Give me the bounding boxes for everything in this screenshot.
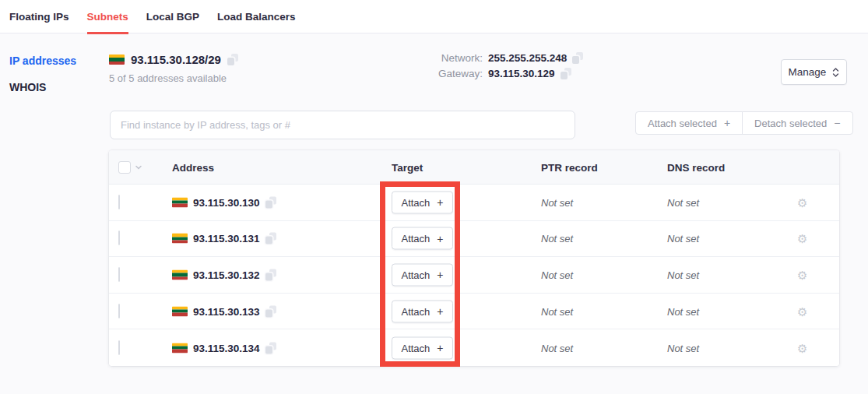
ptr-record-value: Not set [541, 269, 573, 280]
attach-button-label: Attach [401, 233, 430, 244]
lithuania-flag-icon [172, 234, 188, 244]
gear-icon[interactable]: ⚙ [797, 233, 807, 244]
network-value: 255.255.255.248 [488, 52, 567, 64]
copy-icon[interactable] [265, 196, 276, 208]
tab-load-balancers[interactable]: Load Balancers [217, 0, 296, 33]
lithuania-flag-icon [172, 306, 188, 316]
manage-button-label: Manage [789, 66, 827, 78]
attach-button-label: Attach [401, 269, 430, 280]
ptr-record-value: Not set [541, 233, 573, 244]
plus-icon: + [437, 305, 443, 318]
dns-record-value: Not set [667, 233, 699, 244]
attach-selected-label: Attach selected [648, 118, 717, 129]
column-header-address: Address [172, 161, 214, 173]
ip-address: 93.115.30.131 [193, 233, 260, 244]
lithuania-flag-icon [172, 197, 188, 207]
select-chevrons-icon [832, 67, 839, 78]
subnet-header: 93.115.30.128/29 [109, 53, 238, 66]
table-header-row: Address Target PTR record DNS record [109, 150, 839, 185]
ip-address: 93.115.30.132 [193, 269, 260, 280]
attach-button[interactable]: Attach + [392, 263, 453, 286]
attach-button-label: Attach [401, 305, 430, 317]
row-checkbox[interactable] [118, 267, 120, 282]
tab-floating-ips[interactable]: Floating IPs [9, 0, 69, 33]
sidebar-item-whois[interactable]: WHOIS [9, 81, 46, 93]
attach-button[interactable]: Attach + [392, 336, 453, 359]
dns-record-value: Not set [667, 269, 699, 280]
detach-selected-button[interactable]: Detach selected − [742, 111, 852, 135]
search-input[interactable] [110, 111, 575, 139]
copy-icon[interactable] [265, 233, 276, 244]
subnet-management-page: Floating IPs Subnets Local BGP Load Bala… [0, 0, 868, 394]
subnet-availability: 5 of 5 addresses available [109, 72, 227, 84]
row-checkbox[interactable] [118, 230, 120, 245]
chevron-down-icon[interactable] [135, 164, 142, 171]
plus-icon: + [437, 196, 443, 209]
plus-icon: + [437, 342, 443, 354]
column-header-dns-record: DNS record [667, 161, 725, 173]
tab-subnets[interactable]: Subnets [87, 0, 128, 33]
table-row: 93.115.30.130 Attach + Not set Not set ⚙ [109, 185, 839, 221]
attach-selected-button[interactable]: Attach selected + [635, 111, 743, 135]
copy-icon[interactable] [572, 52, 583, 64]
subnet-network-info: Network: 255.255.255.248 Gateway: 93.115… [436, 50, 583, 81]
attach-button-label: Attach [401, 342, 430, 354]
row-checkbox[interactable] [118, 340, 120, 355]
ip-address-table: Address Target PTR record DNS record 93.… [109, 150, 839, 366]
lithuania-flag-icon [172, 269, 188, 280]
copy-icon[interactable] [265, 269, 276, 280]
column-header-ptr-record: PTR record [541, 161, 598, 173]
row-checkbox[interactable] [118, 195, 120, 209]
dns-record-value: Not set [667, 196, 699, 208]
table-row: 93.115.30.132 Attach + Not set Not set ⚙ [109, 257, 839, 294]
attach-button[interactable]: Attach + [392, 191, 453, 213]
column-header-target: Target [392, 161, 423, 173]
bulk-action-group: Attach selected + Detach selected − [635, 111, 853, 135]
row-checkbox[interactable] [118, 304, 120, 318]
ip-address: 93.115.30.133 [193, 305, 260, 317]
detach-selected-label: Detach selected [754, 118, 827, 129]
dns-record-value: Not set [667, 342, 699, 354]
table-row: 93.115.30.134 Attach + Not set Not set ⚙ [109, 329, 839, 366]
manage-button[interactable]: Manage [781, 59, 847, 85]
subnet-cidr: 93.115.30.128/29 [131, 53, 221, 66]
ip-address: 93.115.30.130 [193, 196, 260, 208]
ip-address: 93.115.30.134 [193, 342, 260, 354]
gateway-label: Gateway: [436, 68, 483, 79]
sidebar-item-ip-addresses[interactable]: IP addresses [9, 55, 76, 67]
select-all-checkbox[interactable] [118, 161, 131, 174]
lithuania-flag-icon [172, 343, 188, 353]
gateway-value: 93.115.30.129 [488, 68, 555, 79]
plus-icon: + [724, 117, 730, 129]
network-label: Network: [436, 52, 483, 64]
gear-icon[interactable]: ⚙ [797, 342, 807, 354]
attach-button[interactable]: Attach + [392, 300, 453, 322]
gear-icon[interactable]: ⚙ [797, 269, 807, 280]
dns-record-value: Not set [667, 305, 699, 317]
gear-icon[interactable]: ⚙ [797, 305, 807, 317]
ptr-record-value: Not set [541, 342, 573, 354]
copy-icon[interactable] [265, 305, 276, 317]
table-row: 93.115.30.131 Attach + Not set Not set ⚙ [109, 221, 839, 258]
attach-button[interactable]: Attach + [392, 227, 453, 250]
table-row: 93.115.30.133 Attach + Not set Not set ⚙ [109, 294, 839, 330]
tab-local-bgp[interactable]: Local BGP [146, 0, 199, 33]
copy-icon[interactable] [227, 54, 238, 65]
minus-icon: − [834, 117, 840, 129]
ptr-record-value: Not set [541, 305, 573, 317]
plus-icon: + [437, 232, 443, 244]
lithuania-flag-icon [109, 55, 125, 65]
attach-button-label: Attach [401, 196, 430, 208]
plus-icon: + [437, 269, 443, 281]
top-tab-bar: Floating IPs Subnets Local BGP Load Bala… [0, 0, 868, 33]
copy-icon[interactable] [561, 68, 571, 79]
copy-icon[interactable] [265, 342, 276, 354]
ptr-record-value: Not set [541, 196, 573, 208]
gear-icon[interactable]: ⚙ [797, 196, 807, 208]
